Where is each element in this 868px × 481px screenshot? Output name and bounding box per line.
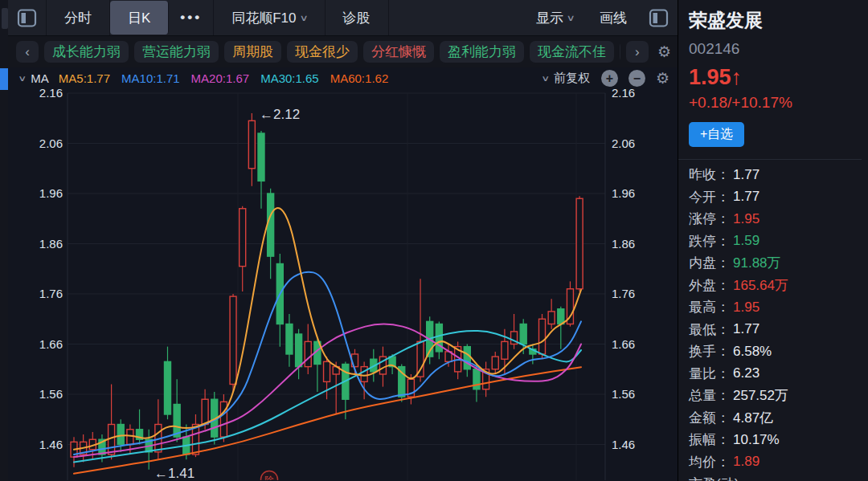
stat-value: 1.77 (733, 189, 760, 205)
tab-label: 诊股 (343, 9, 371, 27)
quote-stats-list: 昨收：1.77今开：1.77涨停：1.95跌停：1.59内盘：91.88万外盘：… (689, 164, 862, 481)
add-watchlist-button[interactable]: +自选 (689, 122, 744, 147)
stat-label: 跌停： (689, 232, 731, 251)
candle-body (558, 309, 564, 324)
ma-collapse-chevron-icon[interactable]: ∨ (18, 74, 27, 83)
candle-body (539, 319, 546, 354)
ma60-line (74, 367, 581, 474)
candle-body (417, 341, 424, 377)
stat-row: 最低：1.77 (689, 319, 862, 341)
price-adjust-mode[interactable]: 前复权 (554, 71, 590, 86)
price-annotation: ←2.12 (260, 107, 300, 122)
y-axis-label-right: 1.86 (612, 237, 635, 251)
zoom-in-button[interactable]: + (601, 70, 618, 87)
stat-label: 今开： (689, 188, 731, 206)
stat-label: 市盈(动)： (689, 475, 752, 481)
price-annotation: ←1.41 (154, 466, 194, 480)
candle-body (296, 334, 302, 367)
toolbar-spacer (389, 0, 523, 35)
tab-daily-k[interactable]: 日K (110, 1, 169, 35)
panel-toggle-left-button[interactable] (8, 0, 47, 35)
tab-ths-f10[interactable]: 同花顺F10∨ (214, 0, 325, 35)
ma-indicator-bar: ∨ MA MA5:1.77MA10:1.71MA20:1.67MA30:1.65… (8, 67, 678, 88)
candle-body (473, 369, 480, 389)
ma-indicator-title: MA (31, 71, 49, 85)
tags-prev-button[interactable]: ‹ (16, 41, 39, 63)
ma-value: MA20:1.67 (191, 71, 250, 85)
candle-body (520, 324, 526, 344)
chart-settings-gear-icon[interactable]: ⚙ (656, 69, 669, 88)
stat-row: 昨收：1.77 (689, 164, 862, 186)
candle-body (240, 209, 246, 267)
candle-body (305, 341, 311, 366)
stat-row: 量比：6.23 (689, 363, 862, 385)
stock-tag[interactable]: 盈利能力弱 (440, 41, 524, 63)
toolbar-draw-line-button[interactable]: 画线 (587, 0, 640, 35)
stock-tag[interactable]: 周期股 (224, 41, 281, 63)
kline-chart-panel: ∨ MA MA5:1.77MA10:1.71MA20:1.67MA30:1.65… (8, 67, 678, 481)
panel-toggle-right-button[interactable] (640, 0, 678, 35)
top-toolbar: 分时日K•••同花顺F10∨诊股 显示∨画线 (8, 0, 678, 36)
stat-value: 257.52万 (733, 386, 788, 405)
stock-tag[interactable]: 钱 (620, 41, 620, 63)
stock-code: 002146 (689, 40, 862, 58)
stock-tag-bar: ‹ 成长能力弱营运能力弱周期股现金很少分红慷慨盈利能力弱现金流不佳钱 › ⚙ (8, 36, 678, 67)
candle-body (117, 425, 124, 445)
stock-tag[interactable]: 现金流不佳 (530, 41, 614, 63)
stat-label: 内盘： (689, 254, 731, 272)
candle-body (361, 367, 367, 382)
candle-body (548, 312, 555, 324)
stock-tag[interactable]: 营运能力弱 (134, 41, 219, 63)
stat-row: 均价：1.89 (689, 451, 862, 474)
stock-tag[interactable]: 现金很少 (287, 41, 358, 63)
stat-row: 跌停：1.59 (689, 230, 862, 253)
ma5-line (74, 208, 581, 450)
chevron-down-icon: ∨ (566, 13, 575, 23)
adjust-chevron-icon[interactable]: ∨ (541, 74, 550, 83)
stat-label: 均价： (689, 453, 731, 471)
stat-value: 4.87亿 (733, 409, 773, 427)
tab-minute[interactable]: 分时 (47, 0, 110, 35)
stat-value: 91.88万 (733, 254, 781, 272)
tab-label: 分时 (64, 9, 92, 27)
stat-row: 外盘：165.64万 (689, 275, 862, 297)
candle-body (502, 341, 508, 359)
price-change: +0.18/+10.17% (689, 94, 862, 112)
candle-body (324, 361, 330, 381)
tags-next-button[interactable]: › (626, 41, 649, 63)
tags-gear-icon[interactable]: ⚙ (657, 43, 671, 61)
candle-body (268, 194, 274, 256)
tab-more[interactable]: ••• (169, 0, 214, 35)
tab-label: ••• (180, 10, 202, 26)
stat-row: 振幅：10.17% (689, 429, 862, 451)
tab-diagnose[interactable]: 诊股 (326, 0, 389, 35)
candle-body (127, 430, 133, 445)
stat-label: 量比： (689, 365, 731, 383)
candle-body (464, 347, 470, 369)
stock-tag[interactable]: 分红慷慨 (363, 41, 434, 63)
stat-row: 金额：4.87亿 (689, 407, 862, 430)
stat-row: 今开：1.77 (689, 186, 862, 209)
zoom-out-button[interactable]: − (628, 70, 645, 87)
y-axis-label-left: 1.76 (39, 287, 63, 300)
stat-row: 换手：6.58% (689, 340, 862, 363)
y-axis-label-left: 1.96 (39, 186, 63, 200)
kline-chart-canvas[interactable]: 2.162.162.062.061.961.961.861.861.761.76… (8, 88, 678, 480)
stock-app-window: 分时日K•••同花顺F10∨诊股 显示∨画线 ‹ 成长能力弱营运能力弱周期股现金… (0, 0, 868, 481)
panel-toggle-icon (17, 8, 37, 28)
candle-body (202, 399, 208, 424)
collapsed-panel-icon (2, 8, 8, 29)
toolbar-display-button[interactable]: 显示∨ (523, 0, 587, 35)
collapsed-panel-accent (0, 68, 8, 90)
collapsed-left-panel[interactable] (0, 0, 8, 481)
stock-tag[interactable]: 成长能力弱 (44, 41, 129, 63)
ma-value: MA5:1.77 (59, 71, 110, 85)
y-axis-label-right: 1.46 (612, 438, 635, 451)
last-price: 1.95↑ (689, 65, 862, 90)
ma-value: MA60:1.62 (330, 71, 389, 85)
stat-row: 最高：1.95 (689, 296, 862, 319)
stat-label: 总量： (689, 386, 731, 405)
candle-body (165, 361, 171, 414)
stat-row: 内盘：91.88万 (689, 252, 862, 275)
candle-body (492, 357, 498, 369)
